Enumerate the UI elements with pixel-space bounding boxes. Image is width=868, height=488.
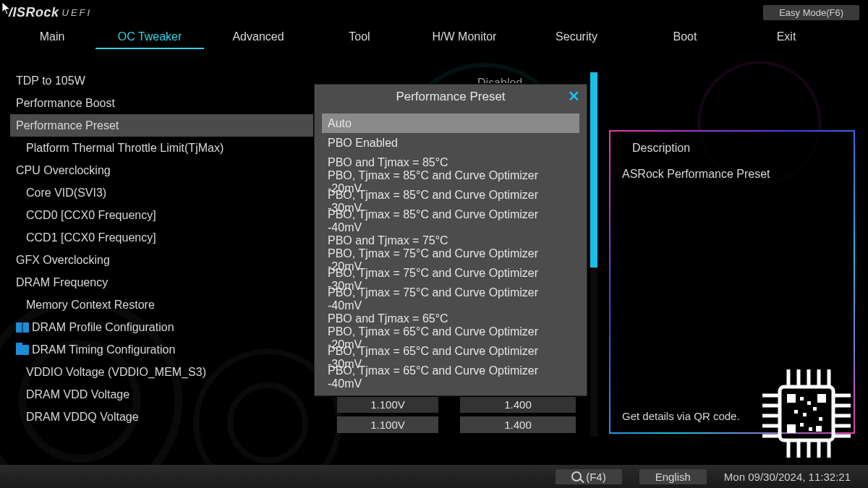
setting-memory-context-restore[interactable]: Memory Context Restore (10, 294, 328, 316)
setting-label: Memory Context Restore (26, 299, 155, 312)
setting-dram-vddq-voltage[interactable]: DRAM VDDQ Voltage (10, 406, 328, 428)
setting-performance-boost[interactable]: Performance Boost (10, 92, 328, 114)
search-hint: (F4) (586, 471, 606, 483)
setting-label: Performance Boost (16, 97, 115, 110)
brand-logo: /ISRock UEFI (9, 5, 92, 20)
setting-vddio-voltage-vddio-mem-s3[interactable]: VDDIO Voltage (VDDIO_MEM_S3) (10, 361, 328, 383)
value-box-1[interactable]: 1.100V (337, 396, 438, 413)
setting-ccd0-ccx0-frequency[interactable]: CCD0 [CCX0 Frequency] (10, 204, 328, 226)
description-body: ASRock Performance Preset (622, 168, 842, 181)
book-icon (16, 322, 32, 333)
setting-label: Core VID(SVI3) (26, 187, 106, 200)
tab-boot[interactable]: Boot (631, 26, 739, 49)
setting-label: GFX Overclocking (16, 254, 110, 267)
setting-label: DRAM VDDQ Voltage (26, 411, 139, 424)
modal-close-button[interactable]: ✕ (566, 89, 581, 103)
language-button[interactable]: English (639, 469, 707, 484)
setting-platform-thermal-throttle-limit-tjmax[interactable]: Platform Thermal Throttle Limit(TjMax) (10, 137, 328, 159)
setting-label: CCD1 [CCX0 Frequency] (26, 231, 156, 244)
nav-tabs: MainOC TweakerAdvancedToolH/W MonitorSec… (9, 26, 859, 49)
setting-label: DRAM Profile Configuration (32, 321, 174, 334)
svg-rect-33 (813, 407, 817, 411)
modal-option[interactable]: PBO, Tjmax = 65°C and Curve Optimizer -4… (322, 367, 579, 387)
brand-name: /ISRock (9, 5, 59, 20)
setting-tdp-to-105w[interactable]: TDP to 105W (10, 69, 328, 92)
svg-rect-39 (816, 426, 822, 432)
setting-performance-preset[interactable]: Performance Preset (10, 114, 328, 137)
setting-dram-vdd-voltage[interactable]: DRAM VDD Voltage (10, 383, 328, 406)
modal-option[interactable]: Auto (322, 114, 579, 133)
modal-option[interactable]: PBO, Tjmax = 85°C and Curve Optimizer -4… (322, 211, 579, 231)
modal-title: Performance Preset (396, 90, 505, 104)
value-row-1: 1.100V 1.400 (337, 396, 576, 416)
modal-option[interactable]: PBO Enabled (322, 133, 579, 153)
tab-oc-tweaker[interactable]: OC Tweaker (95, 26, 204, 49)
description-footer: Get details via QR code. (622, 410, 740, 422)
svg-rect-29 (817, 394, 826, 403)
value-box-2[interactable]: 1.400 (460, 396, 576, 413)
setting-label: TDP to 105W (16, 74, 85, 87)
setting-dram-profile-configuration[interactable]: DRAM Profile Configuration (10, 316, 328, 338)
setting-label: CCD0 [CCX0 Frequency] (26, 209, 156, 222)
setting-ccd1-ccx0-frequency[interactable]: CCD1 [CCX0 Frequency] (10, 226, 328, 249)
svg-rect-34 (794, 410, 798, 414)
svg-rect-31 (800, 397, 804, 401)
tab-tool[interactable]: Tool (312, 26, 407, 49)
search-button[interactable]: (F4) (556, 469, 622, 484)
setting-cpu-overclocking[interactable]: CPU Overclocking (10, 159, 328, 181)
value-box-4[interactable]: 1.400 (460, 416, 576, 433)
datetime-display: Mon 09/30/2024, 11:32:21 (724, 471, 851, 483)
setting-label: DRAM Frequency (16, 276, 108, 289)
performance-preset-modal: Performance Preset ✕ AutoPBO EnabledPBO … (314, 84, 587, 396)
description-title: Description (622, 142, 842, 155)
setting-label: Performance Preset (16, 119, 119, 132)
tab-exit[interactable]: Exit (739, 26, 833, 49)
setting-gfx-overclocking[interactable]: GFX Overclocking (10, 249, 328, 271)
svg-rect-37 (800, 423, 804, 427)
mouse-cursor (1, 1, 12, 16)
svg-rect-35 (803, 413, 807, 416)
search-icon (571, 471, 582, 481)
tab-advanced[interactable]: Advanced (204, 26, 312, 49)
setting-label: Platform Thermal Throttle Limit(TjMax) (26, 142, 224, 155)
svg-rect-38 (809, 427, 812, 431)
chip-qr-icon (752, 359, 861, 468)
svg-rect-36 (819, 417, 822, 421)
tab-main[interactable]: Main (9, 26, 95, 49)
setting-dram-timing-configuration[interactable]: DRAM Timing Configuration (10, 338, 328, 361)
svg-rect-32 (807, 401, 811, 405)
setting-dram-frequency[interactable]: DRAM Frequency (10, 271, 328, 294)
folder-icon (16, 345, 32, 355)
brand-suffix: UEFI (62, 7, 93, 18)
modal-option-list: AutoPBO EnabledPBO and Tjmax = 85°CPBO, … (315, 109, 587, 395)
tab-h-w-monitor[interactable]: H/W Monitor (407, 26, 522, 49)
settings-list: TDP to 105WPerformance BoostPerformance … (10, 69, 328, 454)
easy-mode-button[interactable]: Easy Mode(F6) (763, 5, 859, 20)
footer-bar: (F4) English Mon 09/30/2024, 11:32:21 (0, 465, 868, 488)
value-box-3[interactable]: 1.100V (337, 416, 438, 433)
setting-label: DRAM Timing Configuration (32, 343, 175, 356)
svg-rect-30 (787, 424, 796, 433)
setting-core-vid-svi3[interactable]: Core VID(SVI3) (10, 181, 328, 204)
setting-label: CPU Overclocking (16, 164, 111, 177)
setting-label: VDDIO Voltage (VDDIO_MEM_S3) (26, 366, 206, 379)
svg-rect-28 (787, 394, 796, 403)
modal-option[interactable]: PBO, Tjmax = 75°C and Curve Optimizer -4… (322, 289, 579, 309)
setting-label: DRAM VDD Voltage (26, 388, 129, 401)
tab-security[interactable]: Security (522, 26, 631, 49)
value-row-2: 1.100V 1.400 (337, 416, 576, 436)
language-label: English (655, 471, 691, 483)
